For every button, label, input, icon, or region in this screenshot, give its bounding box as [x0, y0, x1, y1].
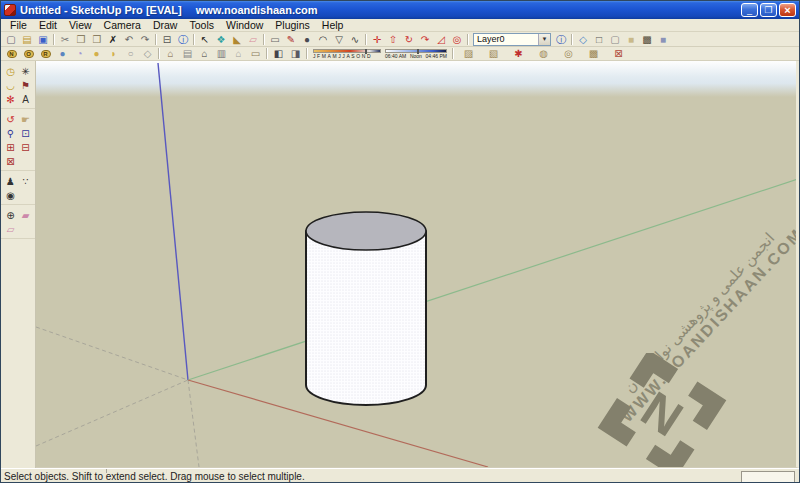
zoom-tool-button[interactable]: ⚲ [3, 126, 18, 140]
menu-draw[interactable]: Draw [147, 19, 184, 32]
layer-dropdown[interactable]: Layer0▼ [473, 33, 551, 46]
section-plane-tool-button[interactable]: ▰ [18, 208, 33, 222]
sphere-tool-button[interactable]: ● [54, 47, 71, 60]
text-tool-button[interactable]: ⚑ [18, 78, 33, 92]
wireframe-style-button[interactable]: □ [591, 33, 607, 46]
restore-button[interactable]: ❐ [760, 3, 777, 17]
hidden-line-style-button[interactable]: ▢ [607, 33, 623, 46]
paint-bucket-button[interactable]: ◣ [229, 33, 245, 46]
drawing-area[interactable]: انجمن علمی و پژوهشی نواندیشان WWW.NOANDI… [36, 61, 796, 467]
eraser-tool-button[interactable]: ▱ [245, 33, 261, 46]
position-camera-tool-button[interactable]: ♟ [3, 174, 18, 188]
sandbox-from-scratch-button[interactable]: ▧ [485, 47, 502, 60]
minimize-button[interactable]: _ [741, 3, 758, 17]
view-front-button[interactable]: ⌂ [196, 47, 213, 60]
cut-button[interactable]: ✂ [57, 33, 73, 46]
view-back-button[interactable]: ⌂ [230, 47, 247, 60]
axes-tool-button[interactable]: ✳ [18, 64, 33, 78]
shaded-textures-style-button[interactable]: ▩ [639, 33, 655, 46]
chevron-down-icon[interactable]: ▼ [538, 34, 550, 45]
smoove-tool-button[interactable]: ✱ [510, 47, 527, 60]
xray-style-button[interactable]: ◇ [575, 33, 591, 46]
section-target-tool-button[interactable]: ⊕ [3, 208, 18, 222]
drape-tool-button[interactable]: ◎ [560, 47, 577, 60]
circle-tool-button[interactable]: ● [299, 33, 315, 46]
menu-window[interactable]: Window [220, 19, 269, 32]
white-circle-button[interactable]: ○ [122, 47, 139, 60]
add-detail-tool-button[interactable]: ▩ [585, 47, 602, 60]
tag-r-button[interactable]: R [37, 47, 54, 60]
menu-edit[interactable]: Edit [33, 19, 63, 32]
section-cuts-button[interactable]: ◨ [287, 47, 304, 60]
shadow-date-slider[interactable]: JFMAMJJASOND [313, 49, 381, 59]
protractor-disc-button[interactable]: ◔ [71, 47, 88, 60]
gold-disc-button[interactable]: ● [88, 47, 105, 60]
shadow-time-marker[interactable] [417, 49, 419, 54]
line-tool-button[interactable]: ✎ [283, 33, 299, 46]
paste-button[interactable]: ❒ [89, 33, 105, 46]
stamp-tool-button[interactable]: ◍ [535, 47, 552, 60]
tag-n-button[interactable]: N [3, 47, 20, 60]
select-tool-button[interactable]: ↖ [197, 33, 213, 46]
freehand-tool-button[interactable]: ∿ [347, 33, 363, 46]
menu-plugins[interactable]: Plugins [269, 19, 315, 32]
close-button[interactable]: × [779, 3, 796, 17]
model-info-button[interactable]: ⓘ [175, 33, 191, 46]
follow-me-tool-button[interactable]: ↷ [417, 33, 433, 46]
sandbox-from-contours-button[interactable]: ▨ [460, 47, 477, 60]
tape-measure-tool-button[interactable]: ◷ [3, 64, 18, 78]
sketchup-logo-icon[interactable] [4, 4, 16, 16]
push-pull-tool-button[interactable]: ⇧ [385, 33, 401, 46]
measurements-box[interactable] [741, 471, 795, 483]
arc-tool-button[interactable]: ◠ [315, 33, 331, 46]
section-cuts-tool-button[interactable]: ▱ [3, 222, 18, 236]
scale-tool-button[interactable]: ◿ [433, 33, 449, 46]
zoom-next-tool-button[interactable]: ⊠ [3, 154, 18, 168]
cylinder-model[interactable] [306, 212, 426, 405]
shadow-time-bar[interactable] [385, 49, 447, 53]
zoom-previous-tool-button[interactable]: ⊟ [18, 140, 33, 154]
open-button[interactable]: ▤ [19, 33, 35, 46]
menu-view[interactable]: View [63, 19, 98, 32]
redo-button[interactable]: ↷ [137, 33, 153, 46]
view-iso-button[interactable]: ⌂ [162, 47, 179, 60]
shaded-style-button[interactable]: ■ [623, 33, 639, 46]
rectangle-tool-button[interactable]: ▭ [267, 33, 283, 46]
zoom-extents-tool-button[interactable]: ⊞ [3, 140, 18, 154]
new-button[interactable]: ▢ [3, 33, 19, 46]
colored-axes-tool-button[interactable]: ✻ [3, 92, 18, 106]
shadow-date-bar[interactable] [313, 49, 381, 53]
erase-button[interactable]: ✗ [105, 33, 121, 46]
tag-o-button[interactable]: O [20, 47, 37, 60]
gold-disc-tilted-button[interactable]: ◗ [105, 47, 122, 60]
offset-tool-button[interactable]: ◎ [449, 33, 465, 46]
pan-tool-button[interactable]: ☛ [18, 112, 33, 126]
undo-button[interactable]: ↶ [121, 33, 137, 46]
zoom-window-tool-button[interactable]: ⊡ [18, 126, 33, 140]
white-diamond-button[interactable]: ◇ [139, 47, 156, 60]
walk-tool-button[interactable]: ∵ [18, 174, 33, 188]
save-button[interactable]: ▣ [35, 33, 51, 46]
menu-tools[interactable]: Tools [183, 19, 220, 32]
polygon-tool-button[interactable]: ▽ [331, 33, 347, 46]
copy-button[interactable]: ❐ [73, 33, 89, 46]
move-tool-button[interactable]: ✛ [369, 33, 385, 46]
look-around-tool-button[interactable]: ◉ [3, 188, 18, 202]
shadow-time-slider[interactable]: 06:40 AMNoon04:46 PM [385, 49, 447, 59]
view-left-button[interactable]: ▭ [247, 47, 264, 60]
rotate-tool-button[interactable]: ↻ [401, 33, 417, 46]
menu-file[interactable]: File [4, 19, 33, 32]
flip-edge-tool-button[interactable]: ⊠ [610, 47, 627, 60]
shadow-date-marker[interactable] [365, 49, 367, 54]
print-button[interactable]: ⊟ [159, 33, 175, 46]
layer-manager-button[interactable]: ⓘ [553, 33, 569, 46]
3d-text-tool-button[interactable]: A [18, 92, 33, 106]
menu-camera[interactable]: Camera [98, 19, 147, 32]
view-top-button[interactable]: ▤ [179, 47, 196, 60]
make-component-button[interactable]: ❖ [213, 33, 229, 46]
orbit-tool-button[interactable]: ↺ [3, 112, 18, 126]
menu-help[interactable]: Help [316, 19, 350, 32]
monochrome-style-button[interactable]: ■ [655, 33, 671, 46]
section-plane-button[interactable]: ◧ [270, 47, 287, 60]
protractor-tool-button[interactable]: ◡ [3, 78, 18, 92]
